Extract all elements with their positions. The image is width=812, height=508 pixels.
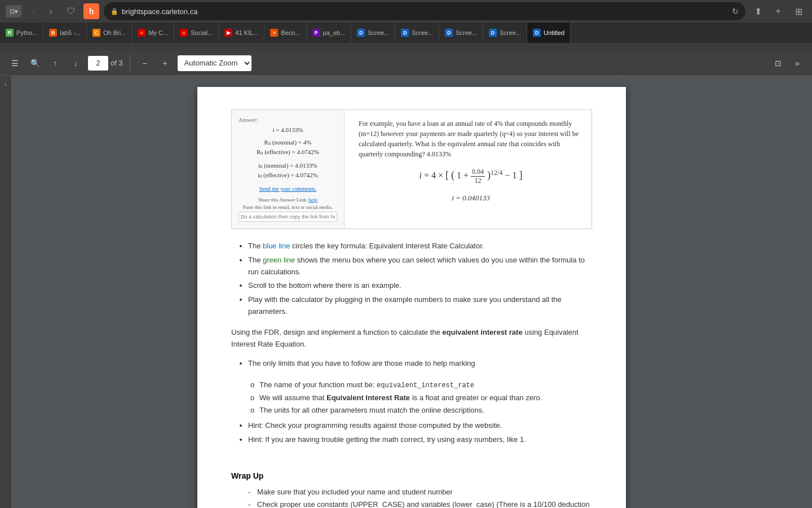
browser-chrome: ⊡▾ ‹ › 🛡 h 🔒 brightspace.carleton.ca ↻ ⬆… xyxy=(0,0,812,51)
tab-ohbri[interactable]: C Oh Bri... xyxy=(87,23,132,43)
tab-label-scree1: Scree... xyxy=(368,29,389,36)
tab-favicon-lab5: B xyxy=(49,29,57,37)
dash-item-2: Check proper use constants (UPPER_CASE) … xyxy=(248,498,592,508)
tab-favicon-scree1: D xyxy=(357,29,365,37)
sub-item-3: The units for all other parameters must … xyxy=(259,404,592,417)
calc-left-panel: Answer: i = 4.0133% R₀ (nominal) = 4% R₀… xyxy=(232,110,345,229)
sub1-before: The name of your function must be: xyxy=(259,380,377,389)
tab-favicon-beco: ≡ xyxy=(270,29,278,37)
calc-copy-input[interactable] xyxy=(239,212,337,222)
dash-list: Make sure that you included your name an… xyxy=(248,486,592,508)
tab-favicon-ohbri: C xyxy=(92,29,100,37)
more-tools-btn[interactable]: » xyxy=(789,55,805,71)
calc-send-link[interactable]: Send me your comments. xyxy=(259,186,317,192)
sub2-bold: Equivalent Interest Rate xyxy=(326,393,410,402)
tab-label-pytho: Pytho... xyxy=(16,29,37,36)
scroll-up-btn[interactable]: ↑ xyxy=(47,55,63,71)
collapse-sidebar-icon[interactable]: › xyxy=(5,81,6,87)
sidebar-panel: › xyxy=(0,76,11,508)
tab-label-untitled: Untitled xyxy=(544,29,564,36)
window-controls: ⊡▾ xyxy=(6,5,21,17)
tab-label-lab5: lab5 -... xyxy=(60,29,81,36)
url-bar[interactable]: 🔒 brightspace.carleton.ca ↻ xyxy=(104,2,745,20)
nav-arrows: ‹ › xyxy=(26,3,59,19)
tab-favicon-paeb: P xyxy=(312,29,320,37)
tab-favicon-scree3: D xyxy=(445,29,453,37)
formula-display: i = 4 × [ ( 1 + 0.04 12 )12/4 − 1 ] xyxy=(359,168,583,185)
scroll-down-btn[interactable]: ↓ xyxy=(68,55,83,71)
tab-label-beco: Beco... xyxy=(281,29,300,36)
tabs-bar: R Pytho... B lab5 -... C Oh Bri... 🍁 My … xyxy=(0,23,812,43)
pdf-content-area[interactable]: Answer: i = 4.0133% R₀ (nominal) = 4% R₀… xyxy=(11,76,812,508)
calc-r-effective: R₀ (effective) = 4.0742% xyxy=(239,147,337,157)
share-icon[interactable]: ⬆ xyxy=(750,3,766,19)
tab-scree3[interactable]: D Scree... xyxy=(439,23,483,43)
tab-label-41kil: 41 KIL... xyxy=(235,29,258,36)
zoom-out-btn[interactable]: − xyxy=(137,55,153,71)
pdf-toolbar-right: ⊡ » xyxy=(770,55,805,71)
tab-pytho[interactable]: R Pytho... xyxy=(0,23,43,43)
bullet-item-2: The green line shows the menu box where … xyxy=(248,255,592,278)
hint-item-2: Hint: If you are having trouble getting … xyxy=(248,434,592,446)
sub-bullet-list-outer: The only limits that you have to follow … xyxy=(248,358,592,370)
sub2-after: is a float and greater or equal than zer… xyxy=(410,393,542,402)
tab-social[interactable]: 🍁 Social... xyxy=(174,23,219,43)
tab-label-paeb: pa_eb... xyxy=(323,29,346,36)
browser-actions: ⬆ + ⊞ xyxy=(750,3,806,19)
bullet-item-3: Scroll to the bottom where there is an e… xyxy=(248,280,592,292)
tab-scree4[interactable]: D Scree... xyxy=(483,23,527,43)
back-button[interactable]: ‹ xyxy=(26,3,42,19)
blue-line-label: blue line xyxy=(263,242,290,250)
tab-scree1[interactable]: D Scree... xyxy=(351,23,395,43)
search-btn[interactable]: 🔍 xyxy=(27,55,43,71)
wrap-up-heading: Wrap Up xyxy=(231,471,592,480)
tab-paeb[interactable]: P pa_eb... xyxy=(307,23,352,43)
calc-answer-label: Answer: xyxy=(239,117,337,123)
honey-icon: h xyxy=(83,3,99,19)
calculator-image-area: Answer: i = 4.0133% R₀ (nominal) = 4% R₀… xyxy=(231,110,592,229)
zoom-select[interactable]: Automatic Zoom 50% 75% 100% 125% 150% 20… xyxy=(178,55,251,71)
green-line-label: green line xyxy=(263,256,295,264)
grid-icon[interactable]: ⊞ xyxy=(791,3,806,19)
window-sidebar-btn[interactable]: ⊡▾ xyxy=(6,5,21,17)
zoom-in-btn[interactable]: + xyxy=(157,55,173,71)
body1-bold: equivalent interest rate xyxy=(442,328,522,336)
new-tab-icon[interactable]: + xyxy=(770,3,786,19)
sub-item-2: We will assume that Equivalent Interest … xyxy=(259,392,592,404)
calc-r-nominal: R₀ (nominal) = 4% xyxy=(239,138,337,148)
calc-help-link[interactable]: help xyxy=(309,197,318,203)
sub-intro-item: The only limits that you have to follow … xyxy=(248,358,592,370)
tab-label-scree4: Scree... xyxy=(500,29,521,36)
tab-untitled[interactable]: D Untitled xyxy=(527,23,571,43)
sub1-code: equivalent_interest_rate xyxy=(377,382,474,389)
reload-icon[interactable]: ↻ xyxy=(732,7,739,16)
tab-label-myc: My C... xyxy=(148,29,168,36)
calc-share-links: Share this Answer Link: help Paste this … xyxy=(239,196,337,222)
sub-bullet-list: The name of your function must be: equiv… xyxy=(259,379,592,417)
tab-favicon-untitled: D xyxy=(533,29,541,37)
forward-button[interactable]: › xyxy=(43,3,59,19)
toggle-sidebar-btn[interactable]: ☰ xyxy=(7,55,23,71)
tab-label-ohbri: Oh Bri... xyxy=(103,29,126,36)
main-bullet-list: The blue line circles the key formula: E… xyxy=(248,240,592,318)
tab-41kil[interactable]: ▶ 41 KIL... xyxy=(219,23,264,43)
page-input-group: of 3 xyxy=(88,56,123,71)
tab-scree2[interactable]: D Scree... xyxy=(395,23,439,43)
toolbar-divider xyxy=(130,55,130,71)
hint-item-1: Hint: Check your programming results aga… xyxy=(248,420,592,432)
body-paragraph-1: Using the FDR, design and implement a fu… xyxy=(231,327,592,351)
tab-lab5[interactable]: B lab5 -... xyxy=(43,23,87,43)
page-number-input[interactable] xyxy=(88,56,108,71)
tab-favicon-myc: 🍁 xyxy=(138,29,145,37)
pdf-toolbar: ☰ 🔍 ↑ ↓ of 3 − + Automatic Zoom 50% 75% … xyxy=(0,51,812,76)
tab-label-scree3: Scree... xyxy=(456,29,477,36)
tab-myc[interactable]: 🍁 My C... xyxy=(132,23,174,43)
pdf-viewer: › Answer: i = 4.0133% R₀ (nominal) = 4% … xyxy=(0,76,812,508)
tab-favicon-scree2: D xyxy=(401,29,409,37)
fit-page-btn[interactable]: ⊡ xyxy=(770,55,786,71)
sub2-before: We will assume that xyxy=(259,393,326,402)
tab-label-social: Social... xyxy=(191,29,213,36)
tab-beco[interactable]: ≡ Beco... xyxy=(264,23,306,43)
calc-share-text: Share this Answer Link: xyxy=(258,197,309,203)
tab-favicon-social: 🍁 xyxy=(180,29,188,37)
